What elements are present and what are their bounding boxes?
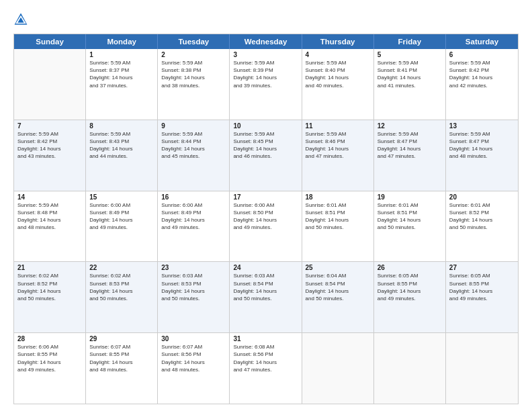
day-info-line: Sunset: 8:55 PM (17, 351, 82, 358)
day-info-line: Daylight: 14 hours (161, 359, 226, 366)
day-info-line: and 49 minutes. (17, 366, 82, 373)
empty-cell (302, 333, 374, 404)
day-info-line: and 50 minutes. (378, 224, 442, 231)
day-info-line: Daylight: 14 hours (161, 145, 226, 152)
day-cell: 26Sunrise: 6:05 AMSunset: 8:55 PMDayligh… (374, 262, 446, 332)
day-info-line: Daylight: 14 hours (306, 216, 370, 224)
day-info-line: Daylight: 14 hours (161, 216, 226, 224)
day-info-line: and 41 minutes. (378, 82, 442, 89)
day-info-line: Daylight: 14 hours (449, 145, 515, 152)
day-info-line: Sunset: 8:52 PM (449, 209, 515, 216)
day-info-line: and 46 minutes. (233, 152, 298, 160)
day-info-line: Sunset: 8:53 PM (89, 280, 154, 287)
day-info-line: Sunrise: 5:59 AM (378, 59, 442, 66)
day-number: 7 (17, 122, 82, 130)
day-info-line: Sunrise: 6:01 AM (378, 201, 442, 209)
day-info-line: Daylight: 14 hours (306, 287, 370, 295)
day-info-line: Sunset: 8:47 PM (449, 138, 515, 145)
day-info-line: and 45 minutes. (161, 152, 226, 160)
day-info-line: Sunrise: 6:00 AM (233, 201, 298, 209)
day-info-line: and 42 minutes. (449, 82, 515, 89)
logo (13, 12, 31, 27)
day-number: 20 (449, 193, 515, 201)
day-number: 26 (378, 264, 442, 271)
day-info-line: Sunrise: 5:59 AM (161, 130, 226, 138)
day-info-line: Daylight: 14 hours (378, 145, 442, 152)
page: SundayMondayTuesdayWednesdayThursdayFrid… (0, 0, 532, 411)
day-info-line: and 49 minutes. (233, 224, 298, 231)
day-cell: 9Sunrise: 5:59 AMSunset: 8:44 PMDaylight… (158, 120, 230, 191)
day-info-line: Daylight: 14 hours (89, 359, 154, 366)
day-number: 8 (89, 122, 154, 130)
weekday-header: Saturday (446, 34, 518, 49)
day-cell: 15Sunrise: 6:00 AMSunset: 8:49 PMDayligh… (86, 191, 158, 262)
day-info-line: Daylight: 14 hours (233, 145, 298, 152)
day-cell: 6Sunrise: 5:59 AMSunset: 8:42 PMDaylight… (446, 49, 518, 120)
logo-icon (13, 12, 28, 27)
day-number: 2 (161, 51, 226, 58)
day-cell: 1Sunrise: 5:59 AMSunset: 8:37 PMDaylight… (86, 49, 158, 120)
day-info-line: Sunset: 8:53 PM (161, 280, 226, 287)
day-info-line: and 47 minutes. (233, 366, 298, 373)
day-cell: 23Sunrise: 6:03 AMSunset: 8:53 PMDayligh… (158, 262, 230, 332)
day-info-line: Sunset: 8:56 PM (161, 351, 226, 358)
day-info-line: Daylight: 14 hours (161, 74, 226, 81)
day-number: 4 (306, 51, 370, 58)
day-info-line: Sunset: 8:55 PM (378, 280, 442, 287)
day-info-line: Daylight: 14 hours (89, 74, 154, 81)
calendar-row: 7Sunrise: 5:59 AMSunset: 8:42 PMDaylight… (14, 120, 518, 191)
day-info-line: Sunset: 8:50 PM (233, 209, 298, 216)
calendar-header: SundayMondayTuesdayWednesdayThursdayFrid… (14, 34, 518, 49)
day-number: 15 (89, 193, 154, 201)
day-number: 30 (161, 335, 226, 342)
calendar-row: 1Sunrise: 5:59 AMSunset: 8:37 PMDaylight… (14, 49, 518, 120)
day-cell: 8Sunrise: 5:59 AMSunset: 8:43 PMDaylight… (86, 120, 158, 191)
day-info-line: Sunrise: 6:07 AM (161, 343, 226, 351)
day-info-line: and 50 minutes. (161, 295, 226, 302)
day-info-line: and 47 minutes. (306, 152, 370, 160)
day-info-line: Sunrise: 6:05 AM (449, 272, 515, 279)
day-cell: 21Sunrise: 6:02 AMSunset: 8:52 PMDayligh… (14, 262, 86, 332)
day-cell: 4Sunrise: 5:59 AMSunset: 8:40 PMDaylight… (302, 49, 374, 120)
day-info-line: Sunset: 8:38 PM (161, 66, 226, 74)
day-info-line: Daylight: 14 hours (17, 287, 82, 295)
day-info-line: Sunset: 8:51 PM (378, 209, 442, 216)
day-cell: 29Sunrise: 6:07 AMSunset: 8:55 PMDayligh… (86, 333, 158, 404)
day-number: 13 (449, 122, 515, 130)
day-cell: 25Sunrise: 6:04 AMSunset: 8:54 PMDayligh… (302, 262, 374, 332)
day-info-line: Sunset: 8:54 PM (233, 280, 298, 287)
day-cell: 27Sunrise: 6:05 AMSunset: 8:55 PMDayligh… (446, 262, 518, 332)
day-info-line: Daylight: 14 hours (449, 74, 515, 81)
day-info-line: Sunset: 8:51 PM (306, 209, 370, 216)
day-info-line: and 50 minutes. (449, 224, 515, 231)
day-cell: 3Sunrise: 5:59 AMSunset: 8:39 PMDaylight… (230, 49, 302, 120)
day-info-line: Sunrise: 5:59 AM (233, 130, 298, 138)
day-info-line: Daylight: 14 hours (233, 216, 298, 224)
day-info-line: and 49 minutes. (89, 224, 154, 231)
day-info-line: Sunrise: 6:07 AM (89, 343, 154, 351)
day-info-line: Sunset: 8:42 PM (449, 66, 515, 74)
day-number: 31 (233, 335, 298, 342)
day-info-line: Sunset: 8:49 PM (161, 209, 226, 216)
day-number: 21 (17, 264, 82, 271)
day-info-line: Sunset: 8:41 PM (378, 66, 442, 74)
day-number: 19 (378, 193, 442, 201)
day-cell: 18Sunrise: 6:01 AMSunset: 8:51 PMDayligh… (302, 191, 374, 262)
day-cell: 20Sunrise: 6:01 AMSunset: 8:52 PMDayligh… (446, 191, 518, 262)
day-info-line: Sunset: 8:49 PM (89, 209, 154, 216)
day-info-line: Sunset: 8:46 PM (306, 138, 370, 145)
day-cell: 11Sunrise: 5:59 AMSunset: 8:46 PMDayligh… (302, 120, 374, 191)
weekday-header: Tuesday (158, 34, 230, 49)
day-info-line: Sunrise: 6:08 AM (233, 343, 298, 351)
day-info-line: Sunrise: 5:59 AM (306, 130, 370, 138)
day-info-line: and 48 minutes. (17, 224, 82, 231)
calendar-row: 28Sunrise: 6:06 AMSunset: 8:55 PMDayligh… (14, 333, 518, 404)
day-cell: 12Sunrise: 5:59 AMSunset: 8:47 PMDayligh… (374, 120, 446, 191)
day-info-line: and 44 minutes. (89, 152, 154, 160)
day-info-line: Sunset: 8:42 PM (17, 138, 82, 145)
day-cell: 22Sunrise: 6:02 AMSunset: 8:53 PMDayligh… (86, 262, 158, 332)
day-number: 25 (306, 264, 370, 271)
day-info-line: Sunrise: 6:01 AM (449, 201, 515, 209)
day-info-line: Sunset: 8:48 PM (17, 209, 82, 216)
calendar: SundayMondayTuesdayWednesdayThursdayFrid… (13, 34, 519, 404)
